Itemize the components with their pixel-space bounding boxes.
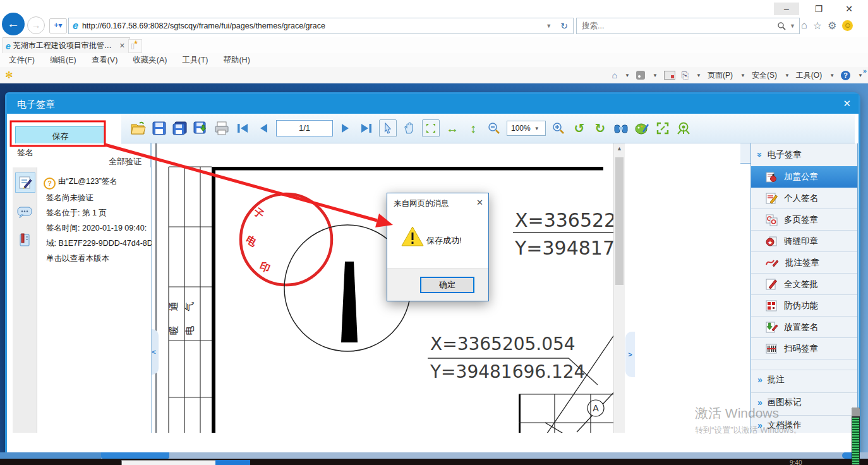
pdf-drawing: 通 暖 气 电 子 电 印 X=336522 Y=39481 bbox=[152, 143, 614, 433]
sidebar-item-seam-seal[interactable]: ★ 骑缝印章 bbox=[751, 231, 857, 252]
back-button[interactable]: ← bbox=[2, 13, 25, 35]
search-input[interactable] bbox=[577, 21, 777, 31]
search-dropdown-icon[interactable]: ▼ bbox=[786, 23, 799, 29]
appearance-icon[interactable] bbox=[634, 120, 650, 136]
last-page-icon[interactable] bbox=[358, 120, 375, 136]
signature-line-view-version[interactable]: 单击以查看本版本 bbox=[46, 253, 109, 264]
save-file-icon[interactable] bbox=[151, 120, 167, 136]
taskbar-active-app[interactable] bbox=[215, 460, 250, 465]
pan-hand-icon[interactable] bbox=[401, 120, 418, 136]
collapse-right-panel-handle[interactable]: > bbox=[625, 332, 635, 377]
sidebar-section-doc-operations[interactable]: » 文档操作 bbox=[751, 415, 857, 434]
cmd-security[interactable]: 安全(S) bbox=[752, 70, 777, 81]
versions-tab-icon[interactable] bbox=[15, 231, 34, 250]
cmd-tools[interactable]: 工具(O) bbox=[796, 70, 822, 81]
rotate-left-icon[interactable]: ↺ bbox=[571, 120, 588, 136]
collapse-left-panel-handle[interactable]: < bbox=[152, 329, 159, 375]
new-tab-button[interactable]: ▯★ bbox=[128, 39, 142, 53]
sidebar-item-multipage-seal[interactable]: 多页签章 bbox=[751, 209, 857, 231]
browser-tabrow: e 芜湖市工程建设项目审批管… ✕ ▯★ bbox=[0, 37, 868, 54]
fullscreen-icon[interactable] bbox=[654, 120, 671, 136]
modal-close-icon[interactable]: ✕ bbox=[843, 99, 851, 109]
svg-text:暖: 暖 bbox=[168, 326, 179, 335]
sidebar-item-annotation-seal[interactable]: 批注签章 bbox=[751, 252, 857, 274]
pdf-vertical-scrollbar[interactable]: ▲ bbox=[613, 143, 625, 433]
mail-icon[interactable] bbox=[664, 71, 675, 80]
favorites-bar-icon[interactable]: ✻ bbox=[5, 69, 13, 81]
page-indicator[interactable]: 1/1 bbox=[276, 120, 333, 136]
rotate-right-icon[interactable]: ↻ bbox=[592, 120, 608, 136]
sidebar-item-company-seal[interactable]: 加盖公章 bbox=[751, 166, 857, 188]
fit-page-icon[interactable] bbox=[422, 119, 440, 137]
favorites-star-icon[interactable]: ☆ bbox=[813, 20, 822, 32]
sidebar-item-personal-signature[interactable]: 个人签名 bbox=[751, 188, 857, 209]
signature-line-signer[interactable]: ?由“ZL@123”签名 bbox=[44, 176, 118, 190]
menu-tools[interactable]: 工具(T) bbox=[182, 55, 208, 66]
cmd-print-icon[interactable]: ⎘ bbox=[682, 70, 689, 81]
home-icon[interactable]: ⌂ bbox=[801, 20, 807, 31]
menu-edit[interactable]: 编辑(E) bbox=[50, 55, 76, 66]
comments-tab-icon[interactable] bbox=[15, 203, 34, 222]
svg-text:气: 气 bbox=[184, 302, 195, 312]
sidebar-section-draw-marks[interactable]: » 画图标记 bbox=[751, 392, 857, 411]
open-file-icon[interactable] bbox=[130, 120, 147, 136]
browser-tab[interactable]: e 芜湖市工程建设项目审批管… ✕ bbox=[3, 37, 130, 54]
sidebar-item-scan-code-seal[interactable]: 扫码签章 bbox=[751, 338, 857, 359]
sidebar-section-annotation[interactable]: » 批注 bbox=[751, 370, 857, 389]
fit-height-icon[interactable]: ↕ bbox=[465, 120, 481, 136]
cmd-page[interactable]: 页面(P) bbox=[708, 70, 733, 81]
coord-upper-x: X=336522 bbox=[515, 209, 614, 231]
refresh-icon[interactable]: ↻ bbox=[555, 21, 573, 31]
warning-icon bbox=[401, 226, 424, 246]
menu-view[interactable]: 查看(V) bbox=[92, 55, 118, 66]
save-as-icon[interactable] bbox=[193, 120, 209, 136]
minimize-button[interactable]: – bbox=[774, 3, 799, 15]
address-bar[interactable]: e http://60.167.58.69:8082/sgtscqy/frame… bbox=[68, 18, 574, 34]
search-bar[interactable]: ▼ bbox=[576, 18, 800, 34]
print-icon[interactable] bbox=[214, 120, 230, 136]
search-icon[interactable] bbox=[777, 21, 786, 30]
zoom-in-icon[interactable] bbox=[550, 120, 567, 136]
find-icon[interactable] bbox=[613, 120, 629, 136]
modal-titlebar: 电子签章 bbox=[7, 94, 859, 114]
prev-page-icon[interactable] bbox=[255, 120, 272, 136]
zoom-level-select[interactable]: 100% ▼ bbox=[507, 121, 546, 136]
zoom-out-icon[interactable] bbox=[486, 120, 502, 136]
cmd-help-icon[interactable]: ? bbox=[841, 71, 850, 80]
modal-scrollbar[interactable] bbox=[852, 408, 860, 465]
select-tool-icon[interactable] bbox=[379, 119, 397, 137]
sidebar-section-esign[interactable]: » 电子签章 bbox=[751, 145, 857, 164]
taskbar-search-box[interactable] bbox=[121, 460, 216, 465]
url-dropdown-icon[interactable]: ▼ bbox=[542, 23, 555, 29]
feedback-smiley-icon[interactable]: ☺ bbox=[842, 20, 853, 31]
next-page-icon[interactable] bbox=[337, 120, 354, 136]
more-chevron-icon[interactable]: » bbox=[863, 67, 867, 75]
rss-icon[interactable] bbox=[636, 71, 645, 80]
sidebar-item-place-signature[interactable]: 放置签名 bbox=[751, 317, 857, 338]
save-all-icon[interactable] bbox=[172, 120, 188, 136]
verify-all-button[interactable]: 全部验证 bbox=[109, 156, 142, 167]
settings-gear-icon[interactable]: ⚙ bbox=[828, 20, 836, 32]
forward-button[interactable]: → bbox=[27, 16, 45, 34]
dialog-close-icon[interactable]: ✕ bbox=[476, 198, 483, 207]
fit-width-icon[interactable]: ↔ bbox=[444, 120, 461, 136]
ok-button[interactable]: 确定 bbox=[420, 277, 474, 293]
sidebar-item-antifake[interactable]: 防伪功能 bbox=[751, 295, 857, 317]
verify-stamp-icon[interactable] bbox=[675, 120, 692, 136]
scrollbar-thumb-striped[interactable] bbox=[852, 418, 859, 464]
scroll-thumb[interactable] bbox=[615, 157, 624, 285]
menu-file[interactable]: 文件(F) bbox=[9, 55, 35, 66]
sidebar-item-fulltext-sign[interactable]: 全文签批 bbox=[751, 274, 857, 295]
first-page-icon[interactable] bbox=[234, 120, 251, 136]
cmd-home-icon[interactable]: ⌂ bbox=[612, 70, 617, 80]
windows-taskbar: 9:40 bbox=[0, 459, 868, 465]
maximize-button[interactable]: ❐ bbox=[806, 3, 831, 15]
tab-close-icon[interactable]: ✕ bbox=[118, 42, 127, 50]
menu-favorites[interactable]: 收藏夹(A) bbox=[133, 55, 167, 66]
menu-help[interactable]: 帮助(H) bbox=[223, 55, 250, 66]
compatibility-icon[interactable]: +▾ bbox=[49, 18, 67, 33]
scroll-up-icon[interactable]: ▲ bbox=[614, 143, 625, 154]
url-text[interactable]: http://60.167.58.69:8082/sgtscqy/frame/f… bbox=[82, 21, 542, 30]
close-button[interactable]: ✕ bbox=[836, 3, 862, 15]
signatures-tab-icon[interactable] bbox=[15, 172, 35, 193]
